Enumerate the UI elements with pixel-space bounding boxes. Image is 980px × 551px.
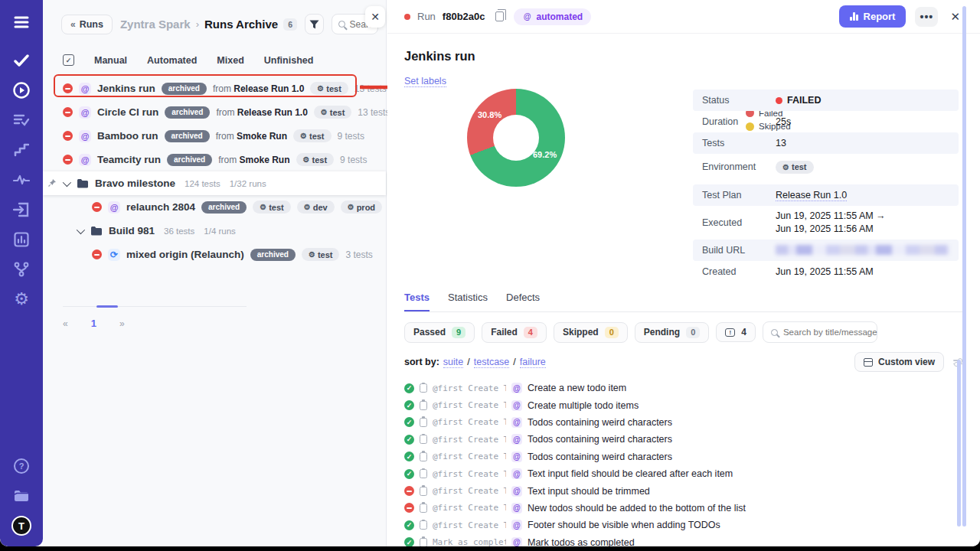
run-overview: 30.8% 69.2% Passed Failed Skipped Pendin… xyxy=(387,87,980,282)
milestone-row-bravo[interactable]: Bravo milestone 124 tests 1/32 runs xyxy=(43,171,386,195)
run-row-circleci[interactable]: @ Circle CI run archived from Release Ru… xyxy=(43,100,386,124)
sort-testcase-link[interactable]: testcase xyxy=(474,357,510,368)
plans-list-icon[interactable] xyxy=(11,110,31,130)
filter-button[interactable] xyxy=(305,14,324,34)
info-row-duration: Duration 25s xyxy=(693,111,959,132)
filter-skipped-chip[interactable]: Skipped0 xyxy=(554,322,628,343)
test-row[interactable]: @first Create To…@Create a new todo item xyxy=(404,380,980,396)
tab-statistics[interactable]: Statistics xyxy=(448,292,488,311)
run-origin-plan[interactable]: Smoke Run xyxy=(240,155,290,165)
menu-icon[interactable] xyxy=(11,12,31,32)
page-next-button[interactable]: » xyxy=(119,318,125,329)
chevron-down-icon[interactable] xyxy=(63,178,71,186)
passed-status-icon xyxy=(404,435,414,445)
test-suite-label: @first Create To… xyxy=(433,520,506,530)
more-options-button[interactable]: ••• xyxy=(915,7,938,27)
milestone-row-build981[interactable]: Build 981 36 tests 1/4 runs xyxy=(43,219,386,243)
run-origin-plan[interactable]: Smoke Run xyxy=(237,131,287,142)
info-row-tests: Tests 13 xyxy=(693,132,959,154)
report-button[interactable]: Report xyxy=(839,5,906,28)
tab-automated[interactable]: Automated xyxy=(147,55,197,66)
tab-mixed[interactable]: Mixed xyxy=(217,55,243,66)
test-filters: Passed9 Failed4 Skipped0 Pending0 !4 xyxy=(404,321,980,343)
runs-panel-header: « Runs Zyntra Spark › Runs Archive 6 xyxy=(43,0,386,34)
test-row[interactable]: @first Create To…@Footer should be visib… xyxy=(404,517,980,533)
analytics-icon[interactable] xyxy=(11,230,31,249)
test-row[interactable]: @first Create To…@Todos containing weird… xyxy=(404,431,980,448)
run-label: Run xyxy=(417,11,436,22)
run-row-bamboo[interactable]: @ Bamboo run archived from Smoke Run ⚙te… xyxy=(43,124,386,148)
activity-pulse-icon[interactable] xyxy=(11,170,31,190)
archived-badge: archived xyxy=(250,249,296,261)
filter-failed-chip[interactable]: Failed4 xyxy=(482,322,547,343)
copy-icon[interactable] xyxy=(495,11,504,21)
build-url-redacted-value[interactable] xyxy=(776,245,949,255)
run-origin-plan[interactable]: Release Run 1.0 xyxy=(234,83,304,94)
run-origin-plan[interactable]: Release Run 1.0 xyxy=(237,107,308,118)
funnel-icon xyxy=(309,20,319,29)
testcase-clipboard-icon xyxy=(420,452,427,461)
workspace-logo[interactable]: T xyxy=(11,516,31,536)
passed-status-icon xyxy=(404,520,414,530)
test-title: New todos should be added to the bottom … xyxy=(528,503,746,514)
test-row[interactable]: Mark as complete…@Mark todos as complete… xyxy=(404,534,980,546)
test-row[interactable]: @first Create To…@New todos should be ad… xyxy=(404,500,980,517)
archived-badge: archived xyxy=(165,130,210,142)
milestones-steps-icon[interactable] xyxy=(11,140,31,160)
page-1-button[interactable]: 1 xyxy=(91,318,96,329)
run-row-mixed-origin[interactable]: ⟳ mixed origin (Relaunch) archived ⚙test… xyxy=(43,243,386,266)
branch-icon[interactable] xyxy=(11,259,31,279)
filter-pending-chip[interactable]: Pending0 xyxy=(635,322,709,343)
tab-manual[interactable]: Manual xyxy=(94,55,127,66)
bar-chart-icon xyxy=(850,12,858,21)
back-to-runs-button[interactable]: « Runs xyxy=(61,15,113,34)
import-icon[interactable] xyxy=(11,200,31,220)
breadcrumb-separator: › xyxy=(196,18,199,30)
tests-check-icon[interactable] xyxy=(11,51,31,70)
custom-view-button[interactable]: Custom view xyxy=(854,352,944,372)
close-panel-button[interactable]: ✕ xyxy=(365,6,385,28)
run-title: Jenkins run xyxy=(97,83,155,94)
table-icon xyxy=(864,358,873,367)
test-row[interactable]: @first Create To…@Todos containing weird… xyxy=(404,414,980,431)
close-detail-button[interactable]: ✕ xyxy=(947,8,963,25)
tests-search-input[interactable] xyxy=(783,328,901,337)
info-row-buildurl: Build URL xyxy=(693,240,959,261)
automated-badge[interactable]: @automated xyxy=(514,8,592,25)
run-row-teamcity[interactable]: @ Teamcity run archived from Smoke Run ⚙… xyxy=(43,148,386,171)
chevron-down-icon[interactable] xyxy=(77,225,85,233)
test-plan-link[interactable]: Release Run 1.0 xyxy=(776,190,847,201)
breadcrumb-project[interactable]: Zyntra Spark xyxy=(120,18,191,31)
passed-slice-label: 69.2% xyxy=(533,150,557,159)
test-row[interactable]: @first Create To…@Text input should be t… xyxy=(404,482,980,499)
tab-defects[interactable]: Defects xyxy=(506,292,540,311)
tab-tests[interactable]: Tests xyxy=(404,292,430,311)
sort-by-label: sort by: xyxy=(404,357,439,367)
automated-run-icon: @ xyxy=(79,106,91,119)
pin-icon[interactable] xyxy=(47,178,57,187)
sort-failure-link[interactable]: failure xyxy=(520,357,546,368)
env-tag-prod: ⚙prod xyxy=(341,201,382,214)
sort-suite-link[interactable]: suite xyxy=(443,357,463,368)
test-row[interactable]: @first Create To…@Text input field shoul… xyxy=(404,465,980,482)
select-all-icon[interactable]: ✓ xyxy=(63,54,74,66)
run-title: Teamcity run xyxy=(97,154,161,165)
docs-folder-icon[interactable] xyxy=(11,486,31,506)
help-icon[interactable]: ? xyxy=(11,456,31,476)
run-row-relaunch[interactable]: @ relaunch 2804 archived ⚙test ⚙dev ⚙pro… xyxy=(43,195,386,219)
set-labels-link[interactable]: Set labels xyxy=(404,76,446,87)
panel-scrollbar[interactable] xyxy=(962,6,966,527)
test-row[interactable]: @first Create To…@Todos containing weird… xyxy=(404,448,980,465)
filter-passed-chip[interactable]: Passed9 xyxy=(404,322,475,343)
runs-filter-tabs: ✓ Manual Automated Mixed Unfinished xyxy=(43,34,386,75)
settings-gear-icon[interactable]: ⚙ xyxy=(11,289,31,309)
run-row-jenkins[interactable]: @ Jenkins run archived from Release Run … xyxy=(43,77,386,100)
runs-play-icon[interactable] xyxy=(11,80,31,100)
tests-list-scrollbar[interactable] xyxy=(957,360,961,527)
test-row[interactable]: @first Create To…@Create multiple todo i… xyxy=(404,396,980,413)
filter-comments-chip[interactable]: !4 xyxy=(716,322,756,342)
tab-unfinished[interactable]: Unfinished xyxy=(264,55,314,66)
archived-badge: archived xyxy=(167,154,212,166)
automated-run-icon: @ xyxy=(79,130,91,142)
page-prev-button[interactable]: « xyxy=(63,318,68,329)
